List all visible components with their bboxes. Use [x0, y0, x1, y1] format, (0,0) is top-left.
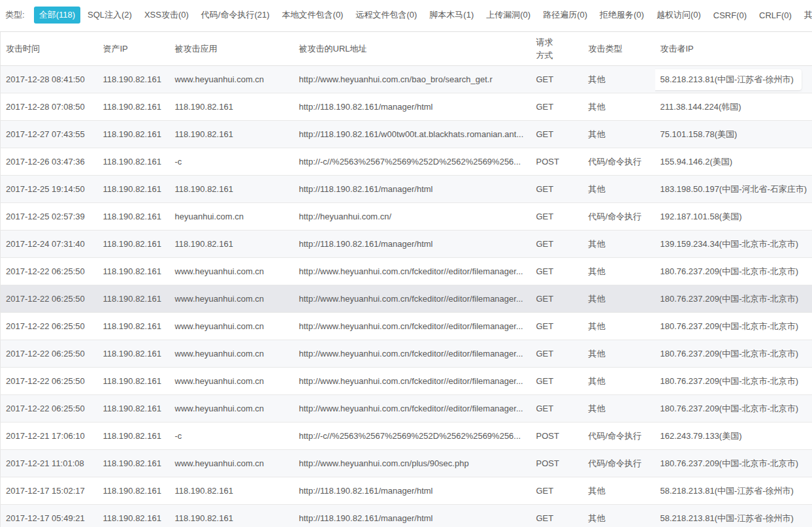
cell-attacker_ip-value: 58.218.213.81(中国-江苏省-徐州市) [660, 486, 794, 496]
table-row[interactable]: 2017-12-28 07:08:50118.190.82.161118.190… [1, 93, 812, 121]
filter-tab-8[interactable]: 路径遍历(0) [538, 7, 593, 24]
cell-app-value: 118.190.82.161 [175, 102, 233, 112]
cell-asset_ip-value: 118.190.82.161 [103, 349, 161, 359]
column-header-label: 被攻击的URL地址 [299, 44, 367, 54]
cell-url: http://118.190.82.161/manager/html [294, 176, 531, 203]
table-row[interactable]: 2017-12-28 08:41:50118.190.82.161www.hey… [1, 66, 812, 93]
cell-app: heyuanhui.com.cn [170, 203, 294, 231]
cell-attacker_ip: 180.76.237.209(中国-北京市-北京市) [655, 450, 812, 477]
cell-method: GET [531, 505, 583, 527]
table-row[interactable]: 2017-12-22 06:25:50118.190.82.161www.hey… [1, 340, 812, 368]
filter-tab-12[interactable]: CRLF(0) [754, 8, 797, 23]
filter-tab-1[interactable]: SQL注入(2) [82, 7, 137, 24]
filter-tab-3[interactable]: 代码/命令执行(21) [196, 7, 275, 24]
cell-asset_ip: 118.190.82.161 [98, 148, 170, 176]
cell-asset_ip-value: 118.190.82.161 [103, 321, 161, 331]
cell-method: GET [531, 203, 583, 231]
cell-attacker_ip-value: 58.218.213.81(中国-江苏省-徐州市) [655, 69, 802, 90]
cell-url: http://heyuanhui.com.cn/ [294, 203, 531, 231]
cell-method: POST [531, 450, 583, 477]
cell-time: 2017-12-21 17:06:10 [1, 423, 98, 450]
cell-app-value: www.heyuanhui.com.cn [175, 294, 265, 304]
cell-time: 2017-12-22 06:25:50 [1, 340, 98, 368]
cell-method-value: GET [536, 212, 554, 221]
filter-tab-6[interactable]: 脚本木马(1) [424, 7, 479, 24]
cell-url-value: http://118.190.82.161/w00tw00t.at.blackh… [299, 129, 524, 139]
cell-attack_type: 其他 [583, 231, 655, 258]
cell-attack_type: 代码/命令执行 [583, 203, 655, 231]
cell-app: 118.190.82.161 [170, 121, 294, 148]
cell-url-value: http://118.190.82.161/manager/html [299, 239, 433, 249]
cell-method: POST [531, 148, 583, 176]
cell-attacker_ip-value: 180.76.237.209(中国-北京市-北京市) [660, 458, 799, 468]
cell-method: GET [531, 395, 583, 423]
filter-tab-2[interactable]: XSS攻击(0) [139, 7, 194, 24]
table-header-row: 攻击时间资产IP被攻击应用被攻击的URL地址请求方式攻击类型攻击者IP [1, 32, 812, 66]
cell-asset_ip-value: 118.190.82.161 [103, 431, 161, 441]
table-row[interactable]: 2017-12-22 06:25:50118.190.82.161www.hey… [1, 313, 812, 340]
filter-tab-9[interactable]: 拒绝服务(0) [594, 7, 649, 24]
table-row[interactable]: 2017-12-22 06:25:50118.190.82.161www.hey… [1, 258, 812, 285]
cell-url-value: http://118.190.82.161/manager/html [299, 184, 433, 194]
cell-attack_type: 其他 [583, 505, 655, 527]
cell-url-value: http://www.heyuanhui.com.cn/fckeditor//e… [299, 404, 523, 413]
cell-time-value: 2017-12-22 06:25:50 [6, 321, 85, 331]
cell-asset_ip: 118.190.82.161 [98, 340, 170, 368]
cell-time: 2017-12-21 11:01:08 [1, 450, 98, 477]
filter-tab-4[interactable]: 本地文件包含(0) [277, 7, 349, 24]
cell-url: http://-c//%2563%2567%2569%252D%2562%256… [294, 148, 531, 176]
cell-method: GET [531, 176, 583, 203]
cell-attacker_ip: 180.76.237.209(中国-北京市-北京市) [655, 340, 812, 368]
cell-url-value: http://118.190.82.161/manager/html [299, 102, 433, 112]
table-row[interactable]: 2017-12-21 17:06:10118.190.82.161-chttp:… [1, 423, 812, 450]
filter-tab-7[interactable]: 上传漏洞(0) [481, 7, 536, 24]
cell-asset_ip: 118.190.82.161 [98, 121, 170, 148]
cell-method: GET [531, 231, 583, 258]
table-row[interactable]: 2017-12-24 07:31:40118.190.82.161118.190… [1, 231, 812, 258]
cell-time-value: 2017-12-21 11:01:08 [6, 458, 84, 468]
cell-asset_ip-value: 118.190.82.161 [103, 294, 161, 304]
table-row[interactable]: 2017-12-22 06:25:50118.190.82.161www.hey… [1, 368, 812, 395]
cell-attack_type-value: 其他 [589, 74, 606, 84]
cell-time: 2017-12-22 06:25:50 [1, 395, 98, 423]
filter-tab-13[interactable]: 其他(94) [799, 7, 812, 24]
cell-asset_ip: 118.190.82.161 [98, 231, 170, 258]
table-row[interactable]: 2017-12-17 05:49:21118.190.82.161118.190… [1, 505, 812, 527]
cell-app: -c [170, 148, 294, 176]
cell-app: -c [170, 423, 294, 450]
table-row[interactable]: 2017-12-22 06:25:50118.190.82.161www.hey… [1, 285, 812, 313]
filter-tab-5[interactable]: 远程文件包含(0) [350, 7, 422, 24]
filter-tab-10[interactable]: 越权访问(0) [651, 7, 706, 24]
cell-url-value: http://www.heyuanhui.com.cn/bao_bro/sear… [299, 74, 493, 84]
filter-label: 类型: [5, 9, 25, 21]
cell-url-value: http://-c//%2563%2567%2569%252D%2562%256… [299, 431, 521, 441]
table-row[interactable]: 2017-12-21 11:01:08118.190.82.161www.hey… [1, 450, 812, 477]
cell-time-value: 2017-12-28 08:41:50 [6, 74, 85, 84]
cell-asset_ip: 118.190.82.161 [98, 423, 170, 450]
filter-tab-0[interactable]: 全部(118) [34, 7, 80, 24]
cell-method-value: GET [536, 184, 554, 194]
cell-method: GET [531, 313, 583, 340]
cell-time: 2017-12-24 07:31:40 [1, 231, 98, 258]
cell-url: http://www.heyuanhui.com.cn/fckeditor//e… [294, 313, 531, 340]
table-row[interactable]: 2017-12-25 19:14:50118.190.82.161118.190… [1, 176, 812, 203]
table-row[interactable]: 2017-12-17 15:02:17118.190.82.161118.190… [1, 477, 812, 505]
cell-time-value: 2017-12-25 02:57:39 [6, 212, 85, 221]
cell-app-value: -c [175, 157, 182, 167]
table-row[interactable]: 2017-12-27 07:43:55118.190.82.161118.190… [1, 121, 812, 148]
cell-attacker_ip-value: 211.38.144.224(韩国) [660, 102, 741, 112]
cell-app-value: www.heyuanhui.com.cn [175, 404, 265, 413]
cell-url: http://www.heyuanhui.com.cn/plus/90sec.p… [294, 450, 531, 477]
cell-attack_type: 其他 [583, 93, 655, 121]
cell-attacker_ip: 180.76.237.209(中国-北京市-北京市) [655, 313, 812, 340]
cell-url: http://www.heyuanhui.com.cn/fckeditor//e… [294, 258, 531, 285]
table-row[interactable]: 2017-12-25 02:57:39118.190.82.161heyuanh… [1, 203, 812, 231]
cell-asset_ip: 118.190.82.161 [98, 368, 170, 395]
table-row[interactable]: 2017-12-22 06:25:50118.190.82.161www.hey… [1, 395, 812, 423]
cell-app-value: -c [175, 431, 182, 441]
filter-tab-11[interactable]: CSRF(0) [708, 8, 752, 23]
cell-url: http://118.190.82.161/manager/html [294, 93, 531, 121]
cell-app: www.heyuanhui.com.cn [170, 340, 294, 368]
table-row[interactable]: 2017-12-26 03:47:36118.190.82.161-chttp:… [1, 148, 812, 176]
column-header-label: 被攻击应用 [175, 44, 218, 54]
